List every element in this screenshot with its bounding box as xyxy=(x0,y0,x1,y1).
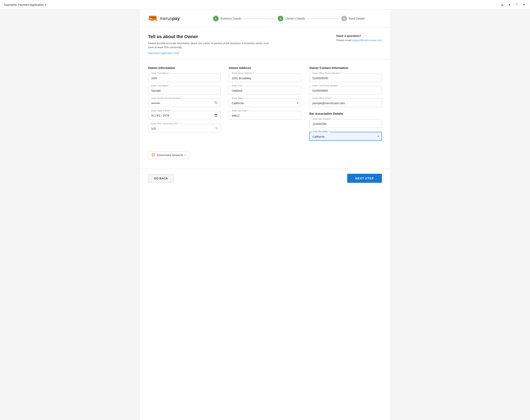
logo: meruspay xyxy=(148,15,180,23)
office-phone-input[interactable] xyxy=(309,74,382,82)
first-name-field: Enter First Name xyxy=(148,74,221,82)
step-3-circle: 3 xyxy=(341,16,347,21)
go-back-button[interactable]: GO BACK xyxy=(148,174,174,183)
svg-rect-2 xyxy=(150,18,152,19)
ssn-field: Enter Social Security Number xyxy=(148,99,221,107)
step-1: 1 Business Details xyxy=(213,16,242,21)
first-name-label: Enter First Name xyxy=(150,72,170,74)
svg-point-5 xyxy=(153,154,153,154)
dob-field: Enter Date of Birth xyxy=(148,111,221,120)
firm-ownership-label: Enter Firm Ownership (%) xyxy=(150,122,179,125)
app-title: Payments: Payment Application xyxy=(4,3,44,6)
owner-contact-title: Owner Contact Information xyxy=(309,66,382,70)
form-columns: Owner Information Enter First Name Enter… xyxy=(148,66,382,145)
percent-suffix: % xyxy=(215,127,218,130)
next-step-button[interactable]: NEXT STEP xyxy=(347,174,382,183)
step-2-circle: 2 xyxy=(278,16,283,21)
bar-number-label: Enter Bar Number xyxy=(312,118,331,120)
info-section: Tell us about the Owner Please provide a… xyxy=(140,28,390,60)
dob-input[interactable] xyxy=(148,111,221,120)
office-email-field: Enter Office Email xyxy=(309,99,382,107)
step-2: 2 Owner's Details xyxy=(278,16,305,21)
help-icon[interactable]: ? xyxy=(515,3,519,7)
cell-phone-label: Enter Cell Phone Number xyxy=(312,84,340,87)
ssn-input[interactable] xyxy=(148,99,221,107)
bar-state-field: Enter Bar State AlabamaAlaskaArizonaArka… xyxy=(309,132,382,141)
step-line-2 xyxy=(307,18,339,19)
owner-address-title: Owner Address xyxy=(229,66,301,70)
firm-ownership-input[interactable] xyxy=(148,124,221,132)
ssn-eye-icon[interactable] xyxy=(214,101,218,105)
nav-actions: 🖨 ▾ ? ▾ xyxy=(500,3,526,7)
last-name-field: Enter Last Name xyxy=(148,86,221,94)
question-title: Have a question? xyxy=(336,34,382,37)
firm-ownership-field: Enter Firm Ownership (%) % xyxy=(148,124,221,132)
last-name-input[interactable] xyxy=(148,86,221,94)
header-section: meruspay 1 Business Details 2 Owner's De… xyxy=(140,10,390,28)
file-upload-area: Government Issued ID • xyxy=(148,150,382,159)
home-address-label: Enter Home Address xyxy=(231,72,255,74)
bar-state-select[interactable]: AlabamaAlaskaArizonaArkansasCaliforniaCo… xyxy=(309,132,382,141)
bar-number-field: Enter Bar Number xyxy=(309,119,382,128)
state-field: Enter State AlabamaAlaskaArizonaArkansas… xyxy=(229,99,301,107)
stepper: 1 Business Details 2 Owner's Details 3 B… xyxy=(196,16,382,21)
faq-link[interactable]: Payments Application FAQ xyxy=(148,52,269,55)
app-title-area[interactable]: Payments: Payment Application ▾ xyxy=(4,3,46,6)
city-field: Enter City xyxy=(229,86,301,94)
office-email-label: Enter Office Email xyxy=(312,97,333,99)
section-description: Please provide accurate information abou… xyxy=(148,41,269,49)
home-address-field: Enter Home Address xyxy=(229,74,301,82)
city-input[interactable] xyxy=(229,86,301,94)
step-1-circle: 1 xyxy=(213,16,219,21)
info-right: Have a question? Please email support@me… xyxy=(336,34,382,42)
city-label: Enter City xyxy=(231,84,244,87)
main-container: meruspay 1 Business Details 2 Owner's De… xyxy=(140,10,390,420)
owner-info-col: Owner Information Enter First Name Enter… xyxy=(148,66,221,145)
zip-code-label: Enter Zip Code xyxy=(231,109,249,112)
print-icon[interactable]: 🖨 xyxy=(500,3,504,7)
question-text: Please email support@meruscase.com xyxy=(336,39,382,42)
bottom-bar: GO BACK NEXT STEP xyxy=(140,169,390,188)
cell-phone-field: Enter Cell Phone Number xyxy=(309,86,382,94)
section-title: Tell us about the Owner xyxy=(148,34,269,39)
form-area: Owner Information Enter First Name Enter… xyxy=(140,60,390,165)
home-address-input[interactable] xyxy=(229,74,301,82)
first-name-input[interactable] xyxy=(148,74,221,82)
step-3: 3 Bank Details xyxy=(341,16,365,21)
office-phone-field: Enter Office Phone Number xyxy=(309,74,382,82)
logo-icon xyxy=(148,15,158,23)
last-name-label: Enter Last Name xyxy=(150,84,170,87)
help-dropdown-icon[interactable]: ▾ xyxy=(522,3,526,7)
file-upload-required-dot: • xyxy=(185,154,186,157)
file-upload-label: Government Issued ID xyxy=(157,154,183,157)
zip-code-input[interactable] xyxy=(229,111,301,120)
step-3-label: Bank Details xyxy=(349,17,365,20)
ssn-label: Enter Social Security Number xyxy=(150,97,183,99)
step-1-label: Business Details xyxy=(221,17,242,20)
support-email-link[interactable]: support@meruscase.com xyxy=(352,39,382,42)
zip-code-field: Enter Zip Code xyxy=(229,111,301,120)
dob-label: Enter Date of Birth xyxy=(150,109,172,112)
cell-phone-input[interactable] xyxy=(309,86,382,94)
info-left: Tell us about the Owner Please provide a… xyxy=(148,34,269,55)
file-upload-button[interactable]: Government Issued ID • xyxy=(148,151,189,159)
step-2-label: Owner's Details xyxy=(285,17,305,20)
office-email-input[interactable] xyxy=(309,99,382,107)
bar-association-title: Bar Association Details xyxy=(309,112,382,115)
logo-text: meruspay xyxy=(160,16,180,21)
upload-icon xyxy=(151,153,155,157)
nav-dropdown-icon[interactable]: ▾ xyxy=(507,3,512,7)
owner-address-col: Owner Address Enter Home Address Enter C… xyxy=(229,66,301,145)
bar-state-label: Enter Bar State xyxy=(312,130,330,133)
svg-rect-1 xyxy=(149,17,157,18)
top-nav: Payments: Payment Application ▾ 🖨 ▾ ? ▾ xyxy=(0,0,530,10)
office-phone-label: Enter Office Phone Number xyxy=(312,72,342,74)
state-select[interactable]: AlabamaAlaskaArizonaArkansasCaliforniaCo… xyxy=(229,99,301,107)
owner-contact-col: Owner Contact Information Enter Office P… xyxy=(309,66,382,145)
state-label: Enter State xyxy=(231,97,245,99)
step-line-1 xyxy=(243,18,276,19)
app-title-dropdown-icon[interactable]: ▾ xyxy=(45,3,46,6)
owner-info-title: Owner Information xyxy=(148,66,221,70)
bar-number-input[interactable] xyxy=(309,119,382,128)
